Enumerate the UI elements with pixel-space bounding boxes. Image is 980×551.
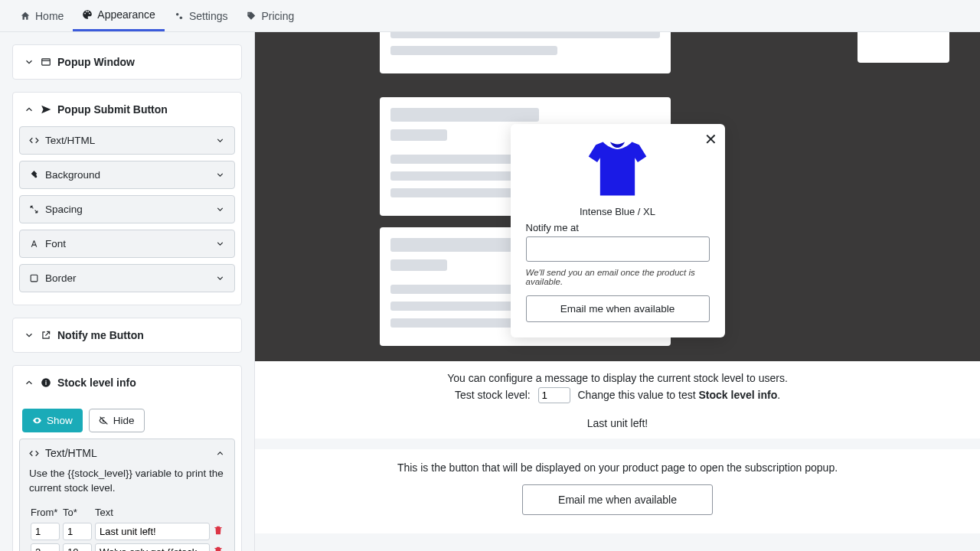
chevron-down-icon	[215, 239, 225, 249]
popup-window-header[interactable]: Popup Window	[13, 45, 241, 79]
spacing-icon	[29, 204, 39, 214]
accordion-spacing-label: Spacing	[45, 204, 83, 215]
config-message: You can configure a message to display t…	[270, 372, 965, 384]
trash-icon[interactable]	[213, 525, 224, 536]
popup-submit-header[interactable]: Popup Submit Button	[13, 93, 241, 126]
preview-pane: ✕ Intense Blue / XL Notify me at We'll s…	[255, 32, 980, 361]
stock-table: From* To* Text	[29, 504, 225, 551]
stock-hint: Use the {{stock_level}} variable to prin…	[29, 467, 225, 496]
trash-icon[interactable]	[213, 546, 224, 551]
tag-icon	[246, 11, 256, 21]
svg-rect-3	[31, 275, 38, 282]
stock-config-info: You can configure a message to display t…	[255, 361, 980, 439]
font-icon	[29, 239, 39, 249]
to-input[interactable]	[63, 523, 92, 540]
stock-result: Last unit left!	[270, 417, 965, 429]
nav-home[interactable]: Home	[11, 0, 73, 31]
accordion-background-label: Background	[45, 169, 100, 181]
accordion-font[interactable]: Font	[19, 230, 235, 258]
test-label: Test stock level:	[455, 389, 531, 401]
home-icon	[20, 11, 31, 21]
button-section: This is the button that will be displaye…	[255, 449, 980, 533]
texthtml-panel-header[interactable]: Text/HTML	[20, 439, 234, 467]
stock-level-title: Stock level info	[57, 377, 136, 389]
nav-pricing[interactable]: Pricing	[237, 0, 303, 31]
send-icon	[41, 104, 51, 115]
nav-home-label: Home	[35, 10, 64, 22]
popup-note: We'll send you an email once the product…	[526, 268, 710, 286]
chevron-up-icon	[24, 104, 34, 115]
fill-icon	[29, 170, 39, 180]
text-input[interactable]	[95, 543, 210, 551]
border-icon	[29, 273, 39, 283]
chevron-down-icon	[215, 273, 225, 283]
test-stock-input[interactable]	[538, 387, 570, 403]
button-section-msg: This is the button that will be displaye…	[270, 461, 965, 474]
code-icon	[29, 448, 39, 458]
window-icon	[41, 57, 51, 67]
hide-label: Hide	[113, 415, 135, 426]
chevron-down-icon	[215, 204, 225, 214]
section-notify-button: Notify me Button	[12, 318, 242, 353]
product-image	[581, 136, 654, 201]
popup-variant: Intense Blue / XL	[526, 206, 710, 217]
svg-point-0	[176, 12, 179, 15]
nav-settings[interactable]: Settings	[165, 0, 237, 31]
eye-icon	[32, 416, 42, 425]
popup-label: Notify me at	[526, 222, 710, 233]
external-icon	[41, 330, 51, 341]
chevron-up-icon	[215, 448, 225, 458]
col-from: From*	[29, 504, 61, 521]
text-input[interactable]	[95, 523, 210, 540]
from-input[interactable]	[31, 523, 60, 540]
nav-pricing-label: Pricing	[261, 10, 294, 22]
info-icon	[41, 377, 51, 388]
eye-off-icon	[99, 416, 109, 425]
nav-appearance-label: Appearance	[97, 8, 155, 21]
popup-window-title: Popup Window	[57, 56, 135, 68]
popup-submit-title: Popup Submit Button	[57, 103, 168, 116]
accordion-background[interactable]: Background	[19, 161, 235, 189]
chevron-down-icon	[215, 170, 225, 180]
sidebar: Popup Window Popup Submit Button Text/HT…	[0, 32, 255, 551]
nav-appearance[interactable]: Appearance	[73, 0, 165, 31]
top-nav: Home Appearance Settings Pricing	[0, 0, 980, 32]
texthtml-panel-title: Text/HTML	[45, 447, 97, 459]
show-label: Show	[47, 415, 73, 426]
texthtml-panel: Text/HTML Use the {{stock_level}} variab…	[19, 439, 235, 551]
close-icon[interactable]: ✕	[704, 130, 717, 148]
nav-settings-label: Settings	[189, 10, 228, 22]
notify-me-button-preview[interactable]: Email me when available	[522, 484, 713, 515]
accordion-border[interactable]: Border	[19, 264, 235, 292]
notify-button-title: Notify me Button	[57, 329, 144, 341]
accordion-font-label: Font	[45, 238, 66, 249]
chevron-down-icon	[215, 135, 225, 145]
code-icon	[29, 135, 39, 145]
palette-icon	[82, 9, 93, 20]
email-input[interactable]	[526, 236, 710, 262]
from-input[interactable]	[31, 543, 60, 551]
accordion-spacing[interactable]: Spacing	[19, 195, 235, 223]
col-to: To*	[61, 504, 93, 521]
chevron-down-icon	[24, 57, 34, 67]
notify-button-header[interactable]: Notify me Button	[13, 318, 241, 352]
main-area: ✕ Intense Blue / XL Notify me at We'll s…	[255, 32, 980, 551]
stock-level-header[interactable]: Stock level info	[13, 366, 241, 399]
section-popup-submit: Popup Submit Button Text/HTML Background	[12, 92, 242, 305]
section-stock-level: Stock level info Show Hide Text/HTML	[12, 365, 242, 551]
accordion-border-label: Border	[45, 272, 77, 284]
change-hint: Change this value to test	[578, 389, 699, 401]
chevron-up-icon	[24, 377, 34, 388]
svg-rect-2	[42, 59, 51, 65]
hide-button[interactable]: Hide	[89, 409, 145, 432]
popup-submit-button[interactable]: Email me when available	[526, 295, 710, 322]
to-input[interactable]	[63, 543, 92, 551]
change-hint-bold: Stock level info	[699, 389, 778, 401]
accordion-texthtml-label: Text/HTML	[45, 135, 95, 146]
accordion-texthtml[interactable]: Text/HTML	[19, 126, 235, 155]
col-text: Text	[93, 504, 211, 521]
show-button[interactable]: Show	[22, 409, 83, 432]
chevron-down-icon	[24, 330, 34, 341]
gears-icon	[174, 11, 185, 21]
section-popup-window: Popup Window	[12, 44, 242, 80]
